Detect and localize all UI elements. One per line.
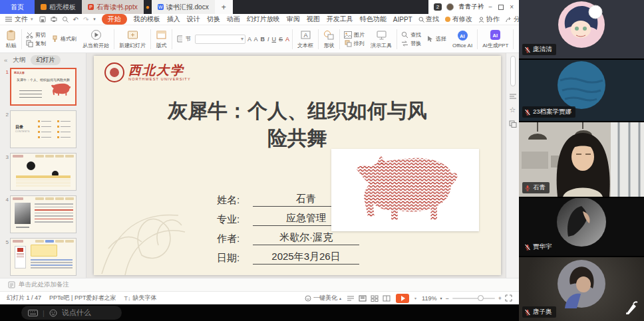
fullscreen-icon[interactable] (505, 294, 512, 302)
menu-item-8[interactable]: 视图 (307, 15, 320, 24)
zoom-out-button[interactable]: − (445, 295, 448, 302)
ribbon-button-layout[interactable]: 版式 (154, 28, 169, 51)
collapse-panel-icon[interactable]: « (4, 56, 7, 64)
normal-view-icon[interactable] (359, 295, 367, 302)
menu-item-10[interactable]: 特色功能 (360, 15, 387, 24)
grid-view-icon[interactable] (371, 295, 379, 302)
rhino-artwork-card[interactable] (331, 149, 479, 231)
thumbnail-preview[interactable]: 西北大学灰犀牛：个人、组织如何与风险共舞 (10, 68, 77, 106)
participant-tile-4[interactable]: 贾华宇 (519, 198, 644, 256)
thumbnail-preview[interactable]: 目录CONTENTS (10, 110, 77, 148)
ribbon-button-copy[interactable]: 复制 (25, 40, 47, 47)
participant-tile-3[interactable]: 石青 (519, 122, 644, 197)
redo-icon[interactable]: ↷ (83, 16, 88, 23)
reading-view-icon[interactable] (383, 295, 391, 302)
ribbon-button-select[interactable]: 选择 (425, 35, 448, 43)
selection-pane-icon[interactable] (509, 120, 517, 128)
ribbon-button-replace[interactable]: 替换 (400, 40, 422, 47)
font-toggle-s[interactable]: S (279, 36, 283, 43)
animation-pane-icon[interactable] (509, 93, 517, 100)
menu-item-9[interactable]: 开发工具 (327, 15, 353, 24)
participant-tile-2[interactable]: 23档案学贾娜 (519, 60, 644, 121)
emoji-icon[interactable] (49, 309, 57, 317)
slide-thumbnail-5[interactable]: 5 (1, 238, 82, 276)
slide-thumbnail-2[interactable]: 2目录CONTENTS (1, 110, 82, 148)
menu-item-3[interactable]: 设计 (187, 15, 200, 24)
ribbon-button-textbox[interactable]: A文本框 (295, 28, 315, 51)
menu-right-0[interactable]: 有修改 (445, 15, 472, 24)
slide-thumbnail-4[interactable]: 4 (1, 195, 82, 233)
participant-tile-1[interactable]: 庞清清 (519, 0, 644, 58)
ribbon-button-present[interactable]: 演示工具 (369, 28, 394, 51)
tab-home[interactable]: 首页 (0, 0, 35, 14)
ribbon-button-new-slide[interactable]: 新建幻灯片 (117, 28, 148, 51)
ribbon-button-section[interactable]: 节 (175, 35, 192, 43)
slideshow-play-button[interactable] (396, 294, 409, 303)
form-value[interactable]: 2025年3月26日 (253, 251, 359, 265)
menu-item-4[interactable]: 切换 (207, 15, 220, 24)
keyboard-icon[interactable] (28, 310, 38, 316)
tab-pptx[interactable]: P石青读书.pptx (82, 0, 144, 14)
slide-1-editing-surface[interactable]: 西北大学 NORTHWEST UNIVERSITY 灰犀牛：个人、组织如何与风 … (94, 56, 501, 275)
ribbon-button-shapes[interactable]: 形状 (321, 28, 337, 51)
missing-font-warning[interactable]: T↓ 缺失字体 (124, 294, 156, 302)
annotation-pen-icon[interactable] (621, 300, 639, 317)
file-menu-button[interactable]: 文件▾ (5, 15, 33, 24)
ribbon-search[interactable]: 查找 (418, 15, 439, 24)
form-value[interactable]: 米歇尔·渥克 (253, 231, 359, 245)
menu-item-0[interactable]: 开始 (102, 14, 127, 25)
ribbon-button-clipboard[interactable]: 粘贴 (3, 28, 19, 51)
undo-icon[interactable]: ↶ (73, 16, 79, 23)
menu-right-1[interactable]: 协作 (478, 15, 500, 24)
notes-view-icon[interactable] (347, 295, 355, 302)
tab-templates[interactable]: 稻壳模板 (35, 0, 82, 14)
font-toggle-a[interactable]: A (285, 36, 289, 43)
play-options-caret[interactable]: ▾ (414, 296, 416, 300)
zoom-caret[interactable]: ▾ (440, 296, 442, 300)
thumbnail-preview[interactable] (10, 238, 77, 276)
tab-slides[interactable]: 幻灯片 (31, 55, 61, 65)
preview-icon[interactable] (62, 16, 69, 23)
menu-item-11[interactable]: AIPPT (393, 16, 412, 23)
thumbnail-preview[interactable] (10, 153, 77, 191)
zoom-slider[interactable] (452, 298, 495, 299)
tab-outline[interactable]: 大纲 (13, 56, 25, 64)
menu-item-6[interactable]: 幻灯片放映 (247, 15, 280, 24)
ribbon-button-play-circle[interactable]: 从当前开始 (80, 28, 111, 51)
ribbon-button-scissors[interactable]: 剪切 (25, 31, 47, 39)
ribbon-button-arrange[interactable]: 排列 (343, 40, 366, 47)
save-icon[interactable] (39, 16, 46, 23)
ribbon-button-picture[interactable]: 图片 (343, 31, 366, 39)
tab-docx[interactable]: W读书汇报.docx (152, 0, 215, 14)
menu-item-2[interactable]: 插入 (167, 15, 180, 24)
font-toggle-b[interactable]: B (261, 36, 265, 43)
ribbon-button-find[interactable]: 查找 (400, 31, 422, 39)
minimize-button[interactable]: − (488, 3, 492, 11)
menu-item-5[interactable]: 动画 (227, 15, 240, 24)
chat-input-bar[interactable]: | 说点什么 (21, 306, 122, 320)
zoom-level[interactable]: 119% (422, 295, 436, 302)
font-size-buttons[interactable]: A A (247, 36, 259, 43)
notes-bar[interactable]: 单击此处添加备注 (0, 278, 519, 291)
menu-item-7[interactable]: 审阅 (287, 15, 300, 24)
ribbon-button-brush[interactable]: 格式刷 (50, 35, 78, 43)
new-tab-button[interactable]: + (215, 0, 233, 14)
font-family-select[interactable]: ▾ (195, 35, 245, 44)
print-icon[interactable] (51, 16, 57, 23)
toolbar-more-icon[interactable]: ▾ (93, 17, 96, 22)
maximize-button[interactable] (498, 5, 504, 10)
ribbon-button-ai-purple[interactable]: AIAI生成PPT (480, 28, 510, 51)
slide-title[interactable]: 灰犀牛：个人、组织如何与风 险共舞 (107, 97, 488, 152)
ribbon-button-ai-blue[interactable]: AIOffice AI (450, 29, 474, 50)
slide-thumbnail-1[interactable]: 1西北大学灰犀牛：个人、组织如何与风险共舞 (1, 68, 82, 106)
font-toggle-u[interactable]: U (272, 36, 277, 43)
smart-features-icon[interactable]: ☆ (510, 106, 516, 114)
thumbnail-preview[interactable] (10, 195, 77, 233)
notification-badge[interactable]: 2 (434, 3, 442, 11)
close-button[interactable]: × (510, 3, 514, 11)
participant-tile-5[interactable]: 唐子奥 (519, 257, 644, 321)
slide-thumbnail-3[interactable]: 3 (1, 153, 82, 191)
zoom-slider-thumb[interactable] (478, 295, 484, 301)
beautify-button[interactable]: 一键美化▴ (305, 294, 341, 302)
font-toggle-i[interactable]: I (267, 36, 269, 43)
